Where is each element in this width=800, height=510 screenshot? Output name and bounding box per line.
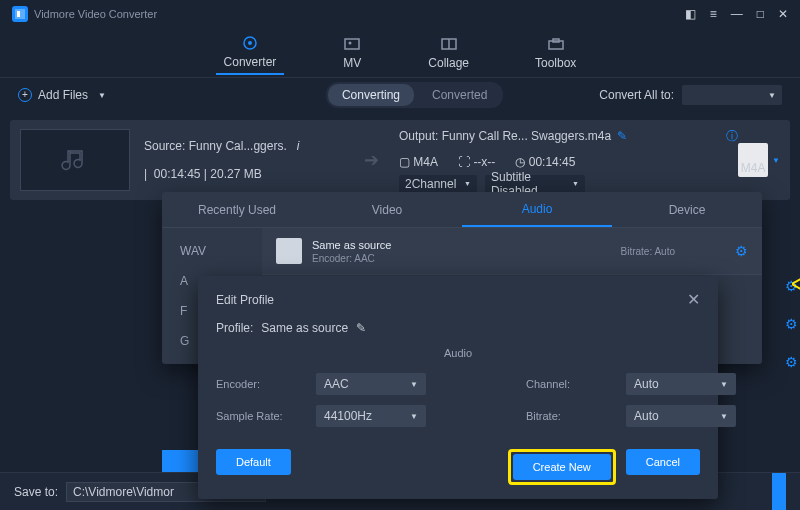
output-duration: 00:14:45 — [529, 155, 576, 169]
divider: | — [144, 167, 154, 181]
toolbox-icon — [546, 36, 566, 52]
output-label: Output: Funny Call Re... Swaggers.m4a — [399, 129, 611, 143]
chevron-down-icon: ▼ — [768, 91, 776, 100]
minimize-icon[interactable]: — — [731, 7, 743, 21]
convert-tab-group: Converting Converted — [326, 82, 503, 108]
source-label: Source: Funny Cal...ggers. — [144, 139, 287, 153]
close-icon[interactable]: ✕ — [687, 290, 700, 309]
add-files-button[interactable]: + Add Files ▼ — [18, 88, 106, 102]
source-size: 20.27 MB — [210, 167, 261, 181]
sample-rate-dropdown[interactable]: 44100Hz▼ — [316, 405, 426, 427]
file-thumbnail[interactable] — [20, 129, 130, 191]
nav-mv[interactable]: MV — [334, 32, 370, 74]
bitrate-dropdown[interactable]: Auto▼ — [626, 405, 736, 427]
profile-encoder: Encoder: AAC — [312, 253, 621, 264]
main-nav: Converter MV Collage Toolbox — [0, 28, 800, 78]
nav-toolbox-label: Toolbox — [535, 56, 576, 70]
convert-all-to: Convert All to: ▼ — [599, 85, 782, 105]
info-icon[interactable]: i — [297, 139, 300, 153]
container-icon: ▢ — [399, 155, 410, 169]
feedback-icon[interactable]: ◧ — [685, 7, 696, 21]
edit-profile-dialog: Edit Profile ✕ Profile: Same as source ✎… — [198, 276, 718, 499]
section-title: Audio — [216, 347, 700, 359]
resolution-icon: ⛶ — [458, 155, 470, 169]
tab-video[interactable]: Video — [312, 192, 462, 227]
edit-icon[interactable]: ✎ — [617, 129, 627, 143]
output-resolution: --x-- — [473, 155, 495, 169]
source-column: Source: Funny Cal...ggers.i | 00:14:45 |… — [144, 139, 344, 181]
nav-collage-label: Collage — [428, 56, 469, 70]
gear-icon[interactable]: ⚙ — [785, 316, 798, 332]
bitrate-label: Bitrate: — [526, 410, 606, 422]
tab-device[interactable]: Device — [612, 192, 762, 227]
sample-rate-label: Sample Rate: — [216, 410, 296, 422]
plus-icon: + — [18, 88, 32, 102]
file-row: Source: Funny Cal...ggers.i | 00:14:45 |… — [10, 120, 790, 200]
app-title: Vidmore Video Converter — [34, 8, 157, 20]
default-button[interactable]: Default — [216, 449, 291, 475]
chevron-down-icon: ▼ — [98, 91, 106, 100]
maximize-icon[interactable]: □ — [757, 7, 764, 21]
create-new-button[interactable]: Create New — [513, 454, 611, 480]
nav-converter[interactable]: Converter — [216, 31, 285, 75]
output-column: Output: Funny Call Re... Swaggers.m4a✎ⓘ … — [399, 128, 738, 193]
collage-icon — [439, 36, 459, 52]
profile-value: Same as source — [261, 321, 348, 335]
encoder-label: Encoder: — [216, 378, 296, 390]
tab-converted[interactable]: Converted — [418, 84, 501, 106]
converter-icon — [240, 35, 260, 51]
add-files-label: Add Files — [38, 88, 88, 102]
close-icon[interactable]: ✕ — [778, 7, 788, 21]
nav-converter-label: Converter — [224, 55, 277, 69]
svg-rect-3 — [345, 39, 359, 49]
app-logo-icon — [12, 6, 28, 22]
clock-icon: ◷ — [515, 155, 525, 169]
music-note-icon — [60, 145, 90, 175]
pointer-arrow-icon — [792, 276, 800, 292]
titlebar: Vidmore Video Converter ◧ ≡ — □ ✕ — [0, 0, 800, 28]
format-badge[interactable]: M4A — [738, 143, 768, 177]
profile-bitrate: Bitrate: Auto — [621, 246, 675, 257]
window-controls: ◧ ≡ — □ ✕ — [685, 7, 788, 21]
nav-mv-label: MV — [343, 56, 361, 70]
convert-button[interactable] — [772, 473, 786, 511]
toolbar: + Add Files ▼ Converting Converted Conve… — [0, 78, 800, 112]
info-icon[interactable]: ⓘ — [726, 128, 738, 145]
category-wav[interactable]: WAV — [162, 236, 262, 266]
mv-icon — [342, 36, 362, 52]
svg-point-2 — [248, 41, 252, 45]
channel-dropdown[interactable]: Auto▼ — [626, 373, 736, 395]
tab-audio[interactable]: Audio — [462, 192, 612, 227]
output-container: M4A — [413, 155, 438, 169]
tab-recently-used[interactable]: Recently Used — [162, 192, 312, 227]
convert-all-dropdown[interactable]: ▼ — [682, 85, 782, 105]
tab-converting[interactable]: Converting — [328, 84, 414, 106]
divider: | — [201, 167, 211, 181]
gear-icon[interactable]: ⚙ — [785, 354, 798, 370]
create-new-highlight: Create New — [508, 449, 616, 485]
subtitle-dropdown[interactable]: Subtitle Disabled▼ — [485, 175, 585, 193]
nav-toolbox[interactable]: Toolbox — [527, 32, 584, 74]
profile-row[interactable]: Same as source Encoder: AAC Bitrate: Aut… — [262, 228, 762, 275]
source-duration: 00:14:45 — [154, 167, 201, 181]
menu-icon[interactable]: ≡ — [710, 7, 717, 21]
nav-collage[interactable]: Collage — [420, 32, 477, 74]
profile-name: Same as source — [312, 239, 621, 251]
channel-label: Channel: — [526, 378, 606, 390]
channel-dropdown[interactable]: 2Channel▼ — [399, 175, 477, 193]
arrow-right-icon: ➔ — [364, 149, 379, 171]
chevron-down-icon[interactable]: ▼ — [772, 156, 780, 165]
profile-icon — [276, 238, 302, 264]
profile-label: Profile: — [216, 321, 253, 335]
format-tabs: Recently Used Video Audio Device — [162, 192, 762, 228]
convert-all-label: Convert All to: — [599, 88, 674, 102]
save-to-label: Save to: — [14, 485, 58, 499]
dialog-title: Edit Profile — [216, 293, 274, 307]
gear-icon[interactable]: ⚙ — [735, 243, 748, 259]
svg-point-4 — [349, 41, 352, 44]
cancel-button[interactable]: Cancel — [626, 449, 700, 475]
encoder-dropdown[interactable]: AAC▼ — [316, 373, 426, 395]
edit-icon[interactable]: ✎ — [356, 321, 366, 335]
